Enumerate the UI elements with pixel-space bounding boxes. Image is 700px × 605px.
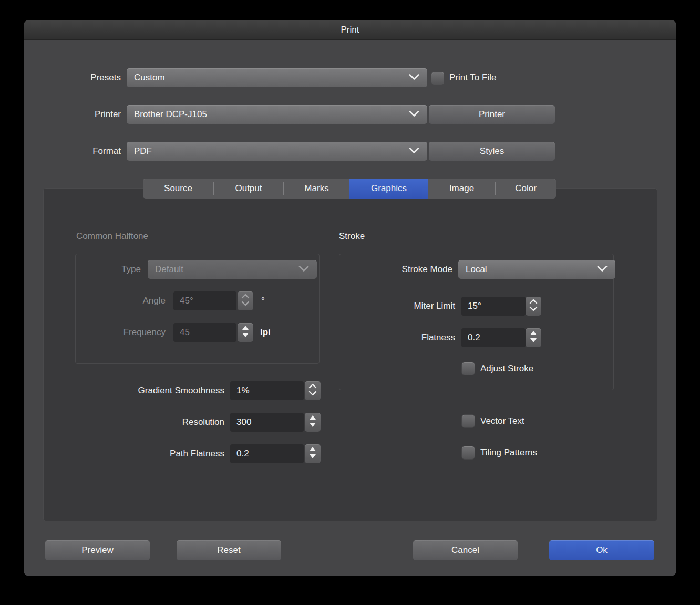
- vector-text-row: Vector Text: [461, 414, 524, 428]
- halftone-type-dropdown: Default: [148, 260, 317, 279]
- frequency-unit-suffix: lpi: [260, 323, 271, 342]
- printer-value: Brother DCP-J105: [134, 109, 408, 120]
- ok-button-label: Ok: [596, 545, 608, 556]
- format-dropdown[interactable]: PDF: [127, 142, 427, 161]
- stepper-triangles-icon: [308, 446, 317, 462]
- tab-marks[interactable]: Marks: [284, 179, 349, 199]
- halftone-type-label: Type: [75, 260, 141, 279]
- window-title: Print: [341, 25, 359, 35]
- halftone-angle-stepper: [238, 291, 253, 310]
- halftone-frequency-stepper: [238, 323, 253, 342]
- tab-image[interactable]: Image: [428, 179, 495, 199]
- path-flatness-label: Path Flatness: [55, 444, 224, 463]
- stroke-mode-dropdown[interactable]: Local: [458, 260, 615, 279]
- resolution-stepper[interactable]: [305, 413, 321, 432]
- angle-unit-suffix: °: [261, 291, 265, 310]
- miter-limit-stepper[interactable]: [526, 297, 541, 316]
- format-value: PDF: [134, 146, 408, 157]
- tiling-patterns-checkbox[interactable]: [461, 446, 475, 460]
- halftone-type-value: Default: [155, 264, 298, 275]
- cancel-button-label: Cancel: [451, 545, 479, 556]
- printer-dropdown[interactable]: Brother DCP-J105: [127, 105, 427, 124]
- printer-settings-button[interactable]: Printer: [429, 105, 555, 124]
- stepper-chevrons-icon: [529, 298, 538, 314]
- reset-button-label: Reset: [217, 545, 240, 556]
- print-dialog-window: Print Presets Custom Print To File Print…: [24, 20, 676, 576]
- stepper-chevrons-icon: [241, 293, 250, 309]
- ok-button[interactable]: Ok: [549, 540, 654, 560]
- miter-limit-input[interactable]: 15°: [461, 297, 526, 316]
- stroke-flatness-label: Flatness: [339, 328, 455, 347]
- chevron-down-icon: [408, 109, 420, 120]
- adjust-stroke-checkbox[interactable]: [461, 362, 475, 375]
- common-halftone-title: Common Halftone: [76, 231, 148, 242]
- preview-button-label: Preview: [81, 545, 113, 556]
- reset-button[interactable]: Reset: [177, 540, 281, 560]
- print-to-file-checkbox[interactable]: [431, 71, 445, 85]
- styles-button[interactable]: Styles: [429, 142, 555, 161]
- chevron-down-icon: [408, 146, 420, 157]
- tab-color[interactable]: Color: [496, 179, 556, 199]
- chevron-down-icon: [298, 264, 310, 275]
- resolution-input[interactable]: 300: [230, 413, 304, 432]
- stroke-flatness-input[interactable]: 0.2: [461, 328, 526, 347]
- print-to-file-label: Print To File: [449, 68, 496, 87]
- stepper-triangles-icon: [241, 325, 250, 340]
- presets-value: Custom: [134, 72, 408, 83]
- tiling-patterns-label: Tiling Patterns: [480, 447, 537, 458]
- gradient-smoothness-stepper[interactable]: [305, 381, 321, 400]
- adjust-stroke-row: Adjust Stroke: [461, 362, 533, 375]
- stepper-triangles-icon: [529, 330, 538, 346]
- halftone-frequency-label: Frequency: [75, 323, 166, 342]
- stroke-mode-value: Local: [466, 264, 596, 275]
- halftone-angle-input: 45°: [173, 291, 236, 310]
- printer-settings-button-label: Printer: [479, 109, 505, 120]
- styles-button-label: Styles: [480, 146, 504, 157]
- adjust-stroke-label: Adjust Stroke: [480, 363, 533, 374]
- gradient-smoothness-label: Gradient Smoothness: [55, 381, 224, 400]
- preview-button[interactable]: Preview: [45, 540, 150, 560]
- tab-output[interactable]: Output: [214, 179, 283, 199]
- stepper-triangles-icon: [308, 414, 317, 430]
- cancel-button[interactable]: Cancel: [413, 540, 518, 560]
- tab-source[interactable]: Source: [143, 179, 213, 199]
- miter-limit-label: Miter Limit: [339, 297, 455, 316]
- chevron-down-icon: [596, 264, 608, 275]
- stepper-chevrons-icon: [308, 383, 317, 399]
- presets-label: Presets: [45, 68, 121, 87]
- stroke-mode-label: Stroke Mode: [339, 260, 452, 279]
- title-bar[interactable]: Print: [24, 20, 676, 40]
- stroke-title: Stroke: [339, 231, 365, 242]
- tab-bar: Source Output Marks Graphics Image Color: [143, 179, 556, 199]
- screen: { "window": { "title": "Print" }, "top_f…: [0, 0, 700, 605]
- gradient-smoothness-input[interactable]: 1%: [230, 381, 304, 400]
- resolution-label: Resolution: [55, 413, 224, 432]
- halftone-angle-label: Angle: [75, 291, 166, 310]
- format-label: Format: [45, 142, 121, 161]
- vector-text-label: Vector Text: [480, 416, 524, 426]
- printer-label: Printer: [45, 105, 121, 124]
- halftone-frequency-input: 45: [173, 323, 236, 342]
- path-flatness-input[interactable]: 0.2: [230, 444, 304, 463]
- vector-text-checkbox[interactable]: [461, 414, 475, 428]
- presets-dropdown[interactable]: Custom: [127, 68, 427, 87]
- tiling-patterns-row: Tiling Patterns: [461, 446, 537, 460]
- chevron-down-icon: [408, 72, 420, 83]
- tab-graphics[interactable]: Graphics: [349, 179, 428, 199]
- path-flatness-stepper[interactable]: [305, 444, 321, 463]
- stroke-flatness-stepper[interactable]: [526, 328, 541, 347]
